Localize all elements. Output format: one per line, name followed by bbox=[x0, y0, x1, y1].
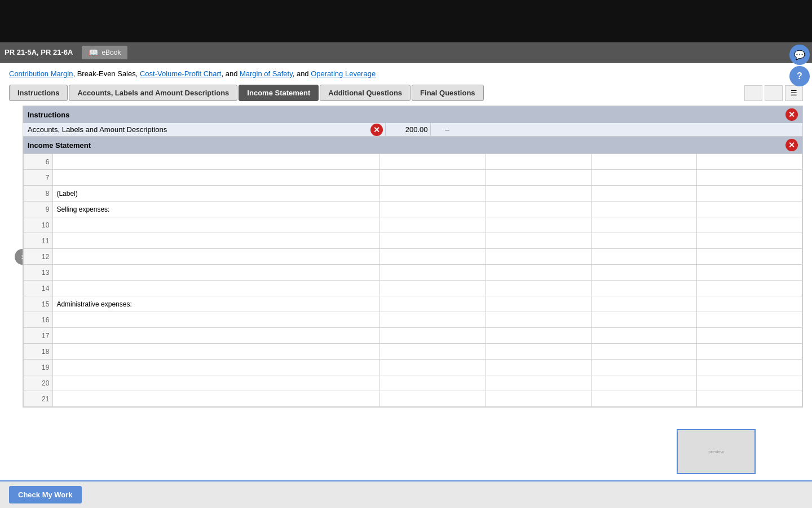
value-col-4[interactable] bbox=[696, 170, 802, 186]
value-col-2[interactable] bbox=[486, 328, 591, 344]
label-cell[interactable] bbox=[53, 265, 380, 281]
value-col-4[interactable] bbox=[696, 375, 802, 391]
accounts-close-btn[interactable]: ✕ bbox=[370, 124, 383, 136]
margin-safety-link[interactable]: Margin of Safety bbox=[240, 69, 293, 78]
value-col-2[interactable] bbox=[486, 217, 591, 233]
value-col-4[interactable] bbox=[696, 186, 802, 202]
label-cell[interactable]: Selling expenses: bbox=[53, 202, 380, 217]
tab-accounts[interactable]: Accounts, Labels and Amount Descriptions bbox=[69, 85, 237, 101]
operating-leverage-link[interactable]: Operating Leverage bbox=[311, 69, 376, 78]
view-btn-1[interactable] bbox=[744, 85, 762, 101]
value-col-1[interactable] bbox=[380, 170, 486, 186]
label-cell[interactable] bbox=[53, 360, 380, 375]
instructions-close-btn[interactable]: ✕ bbox=[785, 108, 798, 121]
value-col-3[interactable] bbox=[591, 328, 696, 344]
table-row[interactable]: 14 bbox=[24, 281, 802, 296]
value-col-2[interactable] bbox=[486, 186, 591, 202]
value-col-2[interactable] bbox=[486, 170, 591, 186]
value-col-1[interactable] bbox=[380, 375, 486, 391]
table-row[interactable]: 20 bbox=[24, 375, 802, 391]
value-col-2[interactable] bbox=[486, 202, 591, 217]
label-cell[interactable] bbox=[53, 281, 380, 296]
value-col-4[interactable] bbox=[696, 249, 802, 265]
value-col-1[interactable] bbox=[380, 328, 486, 344]
value-col-1[interactable] bbox=[380, 217, 486, 233]
value-col-4[interactable] bbox=[696, 265, 802, 281]
value-col-3[interactable] bbox=[591, 217, 696, 233]
chat-icon[interactable]: 💬 bbox=[789, 45, 810, 65]
table-row[interactable]: 9 Selling expenses: bbox=[24, 202, 802, 217]
view-btn-2[interactable] bbox=[765, 85, 783, 101]
tab-additional-questions[interactable]: Additional Questions bbox=[320, 85, 411, 101]
value-col-2[interactable] bbox=[486, 265, 591, 281]
value-col-2[interactable] bbox=[486, 391, 591, 407]
label-cell[interactable] bbox=[53, 344, 380, 360]
contribution-margin-link[interactable]: Contribution Margin bbox=[9, 69, 73, 78]
value-col-3[interactable] bbox=[591, 170, 696, 186]
table-row[interactable]: 19 bbox=[24, 360, 802, 375]
value-col-2[interactable] bbox=[486, 154, 591, 170]
label-cell[interactable] bbox=[53, 170, 380, 186]
value-col-3[interactable] bbox=[591, 344, 696, 360]
value-col-1[interactable] bbox=[380, 391, 486, 407]
label-cell[interactable] bbox=[53, 391, 380, 407]
value-col-3[interactable] bbox=[591, 154, 696, 170]
table-row[interactable]: 18 bbox=[24, 344, 802, 360]
table-row[interactable]: 7 bbox=[24, 170, 802, 186]
table-row[interactable]: 8 (Label) bbox=[24, 186, 802, 202]
table-row[interactable]: 6 bbox=[24, 154, 802, 170]
value-col-4[interactable] bbox=[696, 312, 802, 328]
value-col-2[interactable] bbox=[486, 249, 591, 265]
value-col-4[interactable] bbox=[696, 217, 802, 233]
ebook-tab[interactable]: 📖 eBook bbox=[82, 46, 127, 59]
value-col-2[interactable] bbox=[486, 312, 591, 328]
value-col-4[interactable] bbox=[696, 154, 802, 170]
value-col-4[interactable] bbox=[696, 202, 802, 217]
cvp-chart-link[interactable]: Cost-Volume-Profit Chart bbox=[140, 69, 222, 78]
tab-income-statement[interactable]: Income Statement bbox=[239, 85, 319, 101]
table-row[interactable]: 16 bbox=[24, 312, 802, 328]
value-col-3[interactable] bbox=[591, 360, 696, 375]
table-row[interactable]: 12 bbox=[24, 249, 802, 265]
value-col-3[interactable] bbox=[591, 202, 696, 217]
label-cell[interactable] bbox=[53, 233, 380, 249]
check-my-work-button[interactable]: Check My Work bbox=[9, 486, 82, 503]
value-col-2[interactable] bbox=[486, 296, 591, 312]
value-col-3[interactable] bbox=[591, 281, 696, 296]
value-col-1[interactable] bbox=[380, 154, 486, 170]
value-col-4[interactable] bbox=[696, 296, 802, 312]
value-col-3[interactable] bbox=[591, 312, 696, 328]
tab-instructions[interactable]: Instructions bbox=[9, 85, 68, 101]
value-col-3[interactable] bbox=[591, 296, 696, 312]
label-cell[interactable] bbox=[53, 375, 380, 391]
value-col-3[interactable] bbox=[591, 186, 696, 202]
value-col-3[interactable] bbox=[591, 391, 696, 407]
value-col-1[interactable] bbox=[380, 202, 486, 217]
value-col-1[interactable] bbox=[380, 281, 486, 296]
value-col-1[interactable] bbox=[380, 344, 486, 360]
label-cell[interactable] bbox=[53, 217, 380, 233]
help-icon[interactable]: ? bbox=[789, 66, 810, 86]
label-cell[interactable]: Administrative expenses: bbox=[53, 296, 380, 312]
value-col-4[interactable] bbox=[696, 328, 802, 344]
value-col-1[interactable] bbox=[380, 233, 486, 249]
tab-final-questions[interactable]: Final Questions bbox=[412, 85, 484, 101]
value-col-2[interactable] bbox=[486, 375, 591, 391]
label-cell[interactable]: (Label) bbox=[53, 186, 380, 202]
table-row[interactable]: 11 bbox=[24, 233, 802, 249]
value-col-1[interactable] bbox=[380, 265, 486, 281]
value-col-4[interactable] bbox=[696, 281, 802, 296]
value-col-2[interactable] bbox=[486, 281, 591, 296]
table-row[interactable]: 15 Administrative expenses: bbox=[24, 296, 802, 312]
value-col-2[interactable] bbox=[486, 360, 591, 375]
income-close-btn[interactable]: ✕ bbox=[785, 139, 798, 151]
value-col-3[interactable] bbox=[591, 265, 696, 281]
table-scroll-area[interactable]: 6 7 8 (Label) 9 Selling expenses: bbox=[23, 154, 802, 407]
value-col-3[interactable] bbox=[591, 249, 696, 265]
label-cell[interactable] bbox=[53, 249, 380, 265]
value-col-2[interactable] bbox=[486, 344, 591, 360]
value-col-4[interactable] bbox=[696, 391, 802, 407]
table-row[interactable]: 10 bbox=[24, 217, 802, 233]
value-col-2[interactable] bbox=[486, 233, 591, 249]
value-col-1[interactable] bbox=[380, 296, 486, 312]
